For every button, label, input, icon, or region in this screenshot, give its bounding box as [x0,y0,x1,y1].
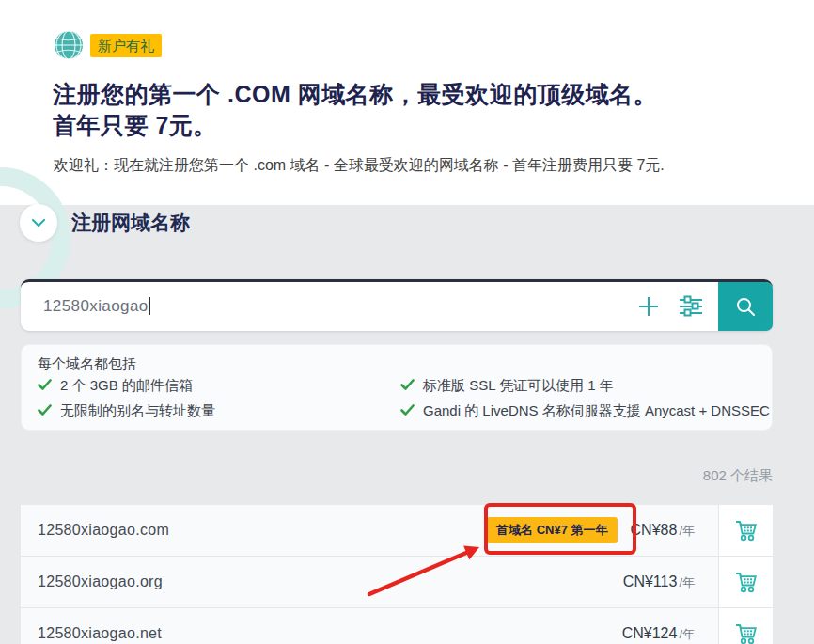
add-domain-icon[interactable] [637,295,660,318]
cart-icon [734,622,759,644]
cart-icon [734,571,759,593]
search-button[interactable] [718,282,773,331]
check-icon [400,404,415,416]
hero-title-line2: 首年只要 7元。 [53,110,729,141]
price: CN¥88/年 [631,522,695,540]
feature-label: 2 个 3GB 的邮件信箱 [60,377,193,395]
domain-name: 12580xiaogao.net [38,625,622,642]
features-heading: 每个域名都包括 [38,355,136,373]
collapse-toggle[interactable] [20,204,57,242]
domain-name: 12580xiaogao.org [38,573,623,590]
table-row: 12580xiaogao.net CN¥124/年 [21,608,773,644]
price-amount: CN¥113 [623,573,678,589]
price: CN¥124/年 [622,625,695,643]
search-input-value: 12580xiaogao [43,297,149,315]
hero-title-line1: 注册您的第一个 .COM 网域名称，最受欢迎的顶级域名。 [53,79,729,110]
price-period: /年 [679,524,695,538]
check-icon [38,379,52,391]
results-count: 802 个结果 [491,467,773,485]
domain-name: 12580xiaogao.com [38,522,487,539]
filter-sliders-icon[interactable] [679,294,703,319]
included-features-card: 每个域名都包括 2 个 3GB 的邮件信箱 无限制的别名与转址数量 标准版 SS… [21,344,773,431]
feature-item: 无限制的别名与转址数量 [38,402,215,420]
hero-subtitle: 欢迎礼：现在就注册您第一个 .com 域名 - 全球最受欢迎的网域名称 - 首年… [54,156,796,176]
search-input[interactable]: 12580xiaogao [43,297,637,316]
price: CN¥113/年 [623,573,695,591]
feature-label: 标准版 SSL 凭证可以使用 1 年 [423,377,614,395]
first-year-promo-badge: 首域名 CN¥7 第一年 [487,517,617,543]
section-title: 注册网域名称 [71,210,190,236]
table-row: 12580xiaogao.com 首域名 CN¥7 第一年 CN¥88/年 [21,505,773,557]
domain-registration-page: 新户有礼 注册您的第一个 .COM 网域名称，最受欢迎的顶级域名。 首年只要 7… [0,0,814,644]
price-amount: CN¥88 [631,522,678,538]
cart-icon [734,519,759,542]
results-list: 12580xiaogao.com 首域名 CN¥7 第一年 CN¥88/年 [21,505,773,644]
hero-header: 新户有礼 [54,30,162,60]
chevron-down-icon [31,218,46,228]
hero-title: 注册您的第一个 .COM 网域名称，最受欢迎的顶级域名。 首年只要 7元。 [53,79,729,141]
add-to-cart-button[interactable] [718,608,773,644]
new-user-gift-badge: 新户有礼 [90,34,162,57]
domain-search-bar: 12580xiaogao [21,279,773,331]
feature-item: 标准版 SSL 凭证可以使用 1 年 [400,377,614,395]
add-to-cart-button[interactable] [718,557,773,607]
price-period: /年 [679,575,695,589]
feature-item: 2 个 3GB 的邮件信箱 [38,377,193,395]
price-period: /年 [679,627,695,641]
table-row: 12580xiaogao.org CN¥113/年 [21,557,773,608]
globe-icon [54,30,84,60]
feature-label: 无限制的别名与转址数量 [60,402,215,420]
feature-label: Gandi 的 LiveDNS 名称伺服器支援 Anycast + DNSSEC [423,402,770,420]
search-icon [735,296,756,317]
check-icon [400,379,415,391]
text-cursor [149,297,150,315]
feature-item: Gandi 的 LiveDNS 名称伺服器支援 Anycast + DNSSEC [400,402,770,420]
price-amount: CN¥124 [622,625,678,641]
check-icon [38,404,52,416]
add-to-cart-button[interactable] [718,505,773,556]
